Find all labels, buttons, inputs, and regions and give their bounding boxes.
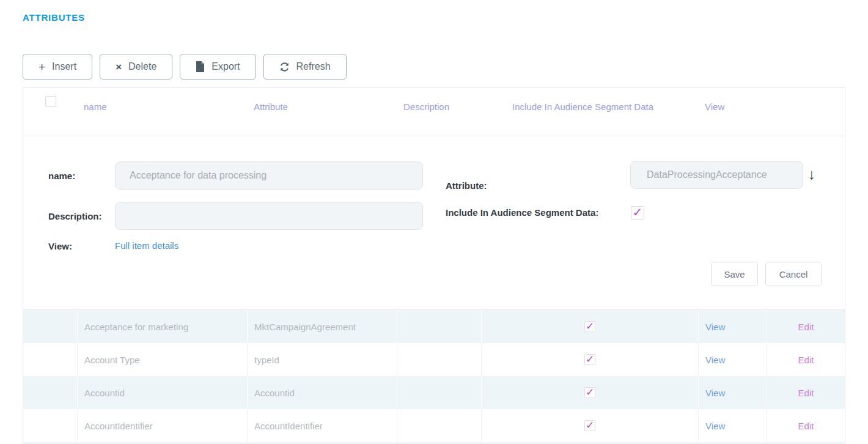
row-attribute: AccountIdentifier [248, 409, 397, 442]
header-checkbox-cell [23, 88, 78, 136]
header-attribute: Attribute [248, 88, 397, 136]
row-edit-cell: Edit [767, 310, 845, 343]
check-icon: ✓ [586, 321, 594, 331]
header-edit [767, 88, 845, 136]
header-include: Include In Audience Segment Data [482, 88, 699, 136]
row-include-cell: ✓ [482, 310, 699, 343]
view-link[interactable]: View [705, 388, 725, 398]
description-field[interactable] [115, 202, 423, 230]
row-description [397, 409, 482, 442]
attributes-page: ATTRIBUTES + Insert × Delete Export Refr… [0, 0, 868, 444]
page-title: ATTRIBUTES [23, 12, 85, 23]
edit-link[interactable]: Edit [798, 322, 814, 332]
row-name: AccountIdentifier [78, 409, 248, 442]
view-link[interactable]: View [705, 322, 725, 332]
row-checkbox-cell[interactable] [23, 409, 78, 442]
row-name: Acceptance for marketing [78, 310, 248, 343]
toolbar: + Insert × Delete Export Refresh [23, 54, 347, 80]
check-icon: ✓ [633, 206, 643, 218]
row-include-cell: ✓ [482, 409, 699, 442]
header-description: Description [397, 88, 482, 136]
row-checkbox-cell[interactable] [23, 376, 78, 409]
row-attribute: MktCampaignAgreement [248, 310, 397, 343]
row-view-cell: View [699, 343, 767, 376]
table-header-row: name Attribute Description Include In Au… [23, 88, 845, 136]
export-button[interactable]: Export [180, 54, 256, 80]
include-field-label: Include In Audience Segment Data: [446, 207, 598, 219]
table-row: Account Type typeId ✓ View Edit [23, 343, 845, 376]
row-description [397, 376, 482, 409]
edit-link[interactable]: Edit [798, 421, 814, 431]
row-checkbox-cell[interactable] [23, 310, 78, 343]
attribute-field-label: Attribute: [446, 180, 487, 192]
header-view: View [699, 88, 767, 136]
include-checkbox[interactable]: ✓ [584, 420, 595, 431]
attributes-table: name Attribute Description Include In Au… [23, 87, 845, 444]
delete-button[interactable]: × Delete [100, 54, 172, 80]
insert-button-label: Insert [52, 61, 76, 72]
check-icon: ✓ [586, 354, 594, 364]
row-view-cell: View [699, 376, 767, 409]
cancel-button[interactable]: Cancel [765, 262, 822, 286]
row-attribute: Accountid [248, 376, 397, 409]
delete-button-label: Delete [128, 61, 156, 72]
check-icon: ✓ [586, 387, 594, 398]
row-edit-cell: Edit [767, 376, 845, 409]
save-button[interactable]: Save [711, 262, 758, 286]
row-view-cell: View [699, 409, 767, 442]
table-row: AccountIdentifier AccountIdentifier ✓ Vi… [23, 409, 845, 442]
row-include-cell: ✓ [482, 376, 699, 409]
export-button-label: Export [211, 61, 240, 72]
check-icon: ✓ [586, 420, 594, 431]
arrow-down-icon[interactable]: ↓ [808, 167, 815, 182]
attribute-field[interactable] [630, 161, 803, 189]
row-description [397, 310, 482, 343]
row-edit-cell: Edit [767, 409, 845, 442]
include-checkbox[interactable]: ✓ [631, 206, 644, 220]
edit-link[interactable]: Edit [798, 355, 814, 365]
refresh-icon [279, 62, 290, 72]
row-name: Accountid [78, 376, 248, 409]
close-icon: × [116, 62, 122, 72]
edit-link[interactable]: Edit [798, 388, 814, 398]
include-checkbox[interactable]: ✓ [584, 321, 595, 332]
view-field-label: View: [48, 240, 72, 253]
description-field-label: Description: [48, 210, 102, 223]
include-checkbox[interactable]: ✓ [584, 387, 595, 398]
row-description [397, 343, 482, 376]
row-checkbox-cell[interactable] [23, 343, 78, 376]
file-icon [196, 61, 205, 72]
row-name: Account Type [78, 343, 248, 376]
view-link[interactable]: View [705, 355, 725, 365]
full-item-details-link[interactable]: Full item details [115, 240, 178, 251]
include-checkbox[interactable]: ✓ [584, 354, 595, 365]
refresh-button-label: Refresh [296, 61, 331, 72]
table-row: Acceptance for marketing MktCampaignAgre… [23, 310, 845, 343]
row-include-cell: ✓ [482, 343, 699, 376]
row-edit-cell: Edit [767, 343, 845, 376]
header-name: name [78, 88, 248, 136]
table-row: Accountid Accountid ✓ View Edit [23, 376, 845, 409]
row-attribute: typeId [248, 343, 397, 376]
insert-button[interactable]: + Insert [23, 54, 92, 80]
name-field-label: name: [48, 170, 75, 182]
refresh-button[interactable]: Refresh [263, 54, 347, 80]
view-link[interactable]: View [705, 421, 725, 431]
name-field[interactable] [115, 161, 423, 190]
inline-edit-form: name: Description: View: Full item detai… [23, 136, 845, 310]
select-all-checkbox[interactable] [45, 96, 56, 107]
plus-icon: + [39, 61, 45, 73]
row-view-cell: View [699, 310, 767, 343]
